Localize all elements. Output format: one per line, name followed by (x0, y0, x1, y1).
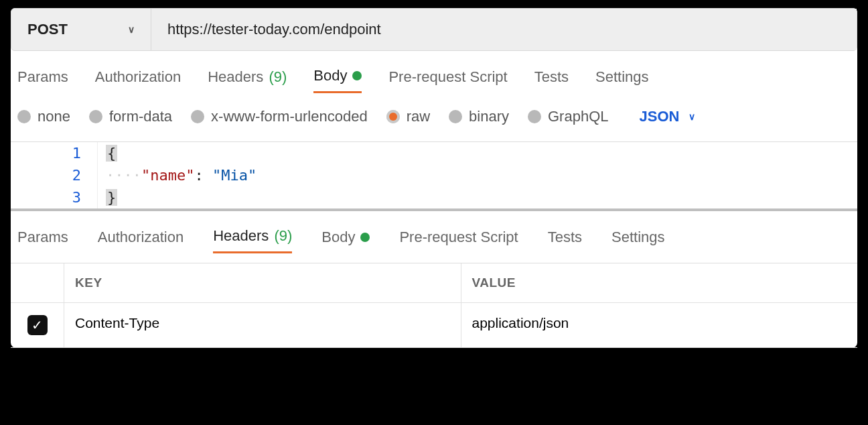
line-number: 2 (11, 164, 98, 186)
tab-settings[interactable]: Settings (611, 227, 665, 253)
line-number: 3 (11, 186, 98, 208)
header-value-cell[interactable]: application/json (461, 303, 858, 347)
checkbox-header-cell (11, 263, 64, 302)
tab-label: Authorization (95, 68, 181, 86)
brace: { (106, 145, 117, 162)
header-key-cell[interactable]: Content-Type (64, 303, 461, 347)
body-editor[interactable]: 1 { 2 ····"name": "Mia" 3 } (11, 141, 857, 208)
headers-table: KEY VALUE ✓ Content-Type application/jso… (11, 263, 857, 348)
tab-params[interactable]: Params (17, 67, 68, 93)
radio-icon (449, 110, 462, 123)
body-type-binary[interactable]: binary (449, 108, 509, 125)
tab-settings[interactable]: Settings (595, 67, 649, 93)
format-label: JSON (640, 108, 680, 125)
radio-icon (528, 110, 541, 123)
code-line: } (98, 186, 117, 208)
tab-label: Authorization (98, 229, 184, 246)
tab-prerequest[interactable]: Pre-request Script (388, 67, 507, 93)
body-type-none[interactable]: none (17, 108, 70, 125)
headers-count: (9) (274, 227, 292, 245)
tab-label: Tests (534, 68, 569, 86)
tab-label: Headers (208, 68, 263, 86)
tab-label: Settings (611, 229, 665, 246)
body-type-raw[interactable]: raw (386, 108, 430, 125)
http-method-select[interactable]: POST ∨ (11, 9, 151, 50)
tab-body[interactable]: Body (313, 67, 362, 93)
code-line: { (98, 142, 117, 164)
body-type-urlencoded[interactable]: x-www-form-urlencoded (191, 108, 368, 125)
tab-label: Params (17, 68, 68, 86)
row-checkbox[interactable]: ✓ (27, 315, 48, 335)
tab-body[interactable]: Body (321, 227, 370, 253)
body-type-formdata[interactable]: form-data (89, 108, 172, 125)
radio-label: x-www-form-urlencoded (211, 108, 368, 125)
tab-label: Pre-request Script (399, 229, 518, 246)
radio-label: GraphQL (548, 108, 609, 125)
dot-icon (360, 233, 370, 242)
table-row: ✓ Content-Type application/json (11, 303, 857, 348)
tab-label: Params (17, 229, 68, 246)
tab-label: Headers (213, 227, 269, 245)
tab-prerequest[interactable]: Pre-request Script (399, 227, 518, 253)
radio-icon (17, 110, 31, 123)
url-input[interactable] (151, 9, 857, 50)
chevron-down-icon: ∨ (689, 111, 695, 122)
radio-icon (191, 110, 204, 123)
chevron-down-icon: ∨ (128, 24, 135, 35)
tab-params[interactable]: Params (17, 227, 68, 253)
tab-tests[interactable]: Tests (534, 67, 569, 93)
tab-label: Tests (548, 229, 582, 246)
radio-label: form-data (109, 108, 172, 125)
key-header: KEY (64, 263, 461, 302)
tab-headers[interactable]: Headers (9) (208, 67, 287, 93)
tab-label: Body (313, 67, 347, 84)
body-format-select[interactable]: JSON ∨ (640, 108, 696, 125)
tab-authorization[interactable]: Authorization (98, 227, 184, 253)
brace: } (106, 189, 117, 206)
http-method-label: POST (27, 21, 68, 38)
dot-icon (352, 71, 362, 80)
line-number: 1 (11, 142, 98, 164)
tab-authorization[interactable]: Authorization (95, 67, 181, 93)
value-header: VALUE (461, 263, 858, 302)
tab-tests[interactable]: Tests (548, 227, 582, 253)
radio-label: binary (469, 108, 509, 125)
radio-icon (386, 110, 400, 123)
code-line: ····"name": "Mia" (98, 164, 257, 186)
tab-label: Settings (595, 68, 649, 86)
tab-label: Pre-request Script (388, 68, 507, 86)
body-type-graphql[interactable]: GraphQL (528, 108, 609, 125)
radio-icon (89, 110, 102, 123)
tab-label: Body (321, 229, 355, 246)
radio-label: none (38, 108, 70, 125)
check-icon: ✓ (31, 317, 43, 333)
headers-count: (9) (269, 68, 287, 86)
radio-label: raw (407, 108, 430, 125)
tab-headers[interactable]: Headers (9) (213, 227, 292, 253)
